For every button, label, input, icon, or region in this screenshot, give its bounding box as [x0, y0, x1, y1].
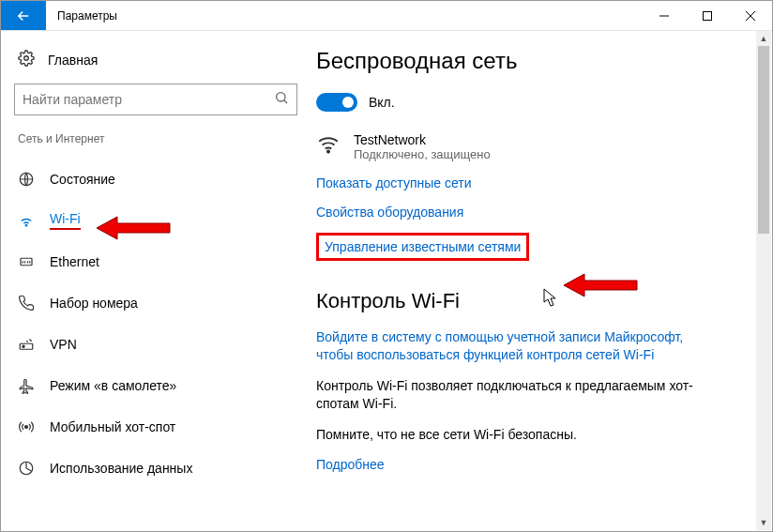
sidebar-item-label: Ethernet	[50, 254, 99, 269]
maximize-button[interactable]	[686, 1, 729, 30]
svg-point-14	[327, 151, 329, 153]
current-network[interactable]: TestNetwork Подключено, защищено	[316, 132, 750, 161]
sidebar-item-label: Режим «в самолете»	[50, 378, 176, 393]
hotspot-icon	[18, 418, 35, 435]
link-show-networks[interactable]: Показать доступные сети	[316, 175, 472, 190]
sidebar-item-label: Мобильный хот-спот	[50, 419, 175, 434]
sidebar-item-dialup[interactable]: Набор номера	[14, 282, 297, 324]
page-title: Беспроводная сеть	[316, 48, 750, 74]
gear-icon	[18, 50, 35, 70]
toggle-label: Вкл.	[369, 95, 395, 110]
svg-rect-10	[20, 343, 33, 349]
minimize-button[interactable]	[643, 1, 686, 30]
svg-point-8	[25, 225, 27, 227]
sidebar-item-ethernet[interactable]: Ethernet	[14, 241, 297, 282]
home-nav[interactable]: Главная	[14, 44, 297, 84]
wifi-toggle[interactable]	[316, 93, 357, 112]
sidebar-item-label: Набор номера	[50, 296, 138, 311]
link-more[interactable]: Подробнее	[316, 457, 385, 472]
window-title: Параметры	[46, 1, 643, 30]
link-hardware-props[interactable]: Свойства оборудования	[316, 205, 463, 220]
svg-marker-16	[564, 274, 637, 296]
network-status: Подключено, защищено	[354, 147, 491, 161]
sidebar-item-label: Состояние	[50, 172, 115, 187]
link-manage-networks[interactable]: Управление известными сетями	[316, 233, 529, 261]
svg-marker-15	[97, 217, 170, 239]
vpn-icon	[18, 336, 35, 353]
ethernet-icon	[18, 253, 35, 270]
wifi-icon	[18, 212, 35, 229]
wifi-sense-text2: Помните, что не все сети Wi-Fi безопасны…	[316, 426, 720, 444]
phone-icon	[18, 295, 35, 312]
wifi-sense-heading: Контроль Wi-Fi	[316, 289, 750, 313]
sidebar-item-hotspot[interactable]: Мобильный хот-спот	[14, 406, 297, 448]
search-icon	[274, 90, 289, 109]
data-icon	[18, 460, 35, 477]
scroll-up-button[interactable]: ▲	[756, 31, 771, 46]
cursor-icon	[543, 288, 558, 309]
category-label: Сеть и Интернет	[14, 132, 297, 145]
airplane-icon	[18, 377, 35, 394]
back-button[interactable]	[1, 1, 46, 30]
network-name: TestNetwork	[354, 132, 491, 147]
search-input[interactable]	[14, 84, 297, 115]
sidebar-item-label: Использование данных	[50, 461, 192, 476]
wifi-secure-icon	[316, 132, 341, 160]
link-signin[interactable]: Войдите в систему с помощью учетной запи…	[316, 328, 720, 364]
scroll-thumb[interactable]	[758, 46, 769, 234]
svg-line-6	[284, 100, 287, 103]
annotation-arrow-icon	[564, 271, 639, 299]
sidebar-item-airplane[interactable]: Режим «в самолете»	[14, 365, 297, 406]
sidebar: Главная Сеть и Интернет Состояние Wi-Fi …	[1, 31, 311, 531]
wifi-sense-text1: Контроль Wi-Fi позволяет подключаться к …	[316, 377, 720, 413]
svg-point-12	[25, 426, 28, 429]
sidebar-item-label: VPN	[50, 337, 77, 352]
annotation-arrow-icon	[97, 214, 172, 242]
close-button[interactable]	[729, 1, 772, 30]
sidebar-item-status[interactable]: Состояние	[14, 159, 297, 200]
globe-icon	[18, 171, 35, 188]
search-field[interactable]	[23, 92, 274, 107]
sidebar-item-datausage[interactable]: Использование данных	[14, 448, 297, 489]
svg-point-5	[277, 93, 285, 101]
home-label: Главная	[48, 53, 98, 68]
svg-rect-1	[704, 11, 712, 20]
scroll-down-button[interactable]: ▼	[756, 515, 771, 530]
sidebar-item-label: Wi-Fi	[50, 211, 81, 230]
svg-point-11	[23, 345, 24, 347]
svg-point-4	[24, 56, 29, 61]
sidebar-item-vpn[interactable]: VPN	[14, 324, 297, 365]
vertical-scrollbar[interactable]: ▲ ▼	[756, 31, 771, 530]
main-content: Беспроводная сеть Вкл. TestNetwork Подкл…	[311, 31, 772, 531]
